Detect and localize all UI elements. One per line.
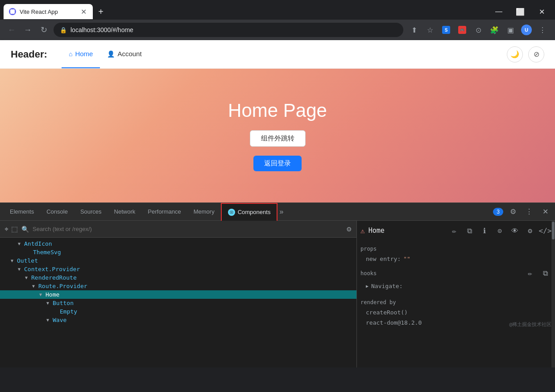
settings-icon[interactable]: ⚙: [507, 206, 519, 218]
home-icon: ⌂: [69, 50, 72, 58]
nav-home[interactable]: ⌂ Home: [62, 40, 100, 68]
disable-button[interactable]: ⊘: [528, 46, 544, 62]
refresh-button[interactable]: ↻: [37, 24, 50, 36]
share-icon[interactable]: ⬆: [407, 23, 421, 37]
bookmark-icon[interactable]: ☆: [423, 23, 437, 37]
home-page-title: Home Page: [228, 100, 327, 121]
minimize-button[interactable]: —: [489, 4, 509, 19]
devtools-tabs: Elements Console Sources Network Perform…: [0, 203, 555, 221]
component-search-bar: ⌖ ⬚ 🔍 ⚙: [0, 221, 356, 238]
tree-item-home[interactable]: ▼ Home: [0, 290, 356, 299]
window-controls: — ⬜ ✕: [489, 4, 551, 19]
devtools-body: ⌖ ⬚ 🔍 ⚙ ▼ AntdIcon ThemeSvg ▼: [0, 221, 555, 367]
active-tab[interactable]: Vite React App ✕: [4, 4, 93, 19]
create-root-item: createRoot(): [360, 308, 551, 317]
new-entry-prop: new entry: "": [360, 255, 551, 263]
selected-component-name: Home: [369, 227, 385, 235]
app-logo: Header:: [11, 49, 47, 60]
profile-avatar: U: [521, 25, 532, 35]
right-panel-icons: ✏ ⧉ ℹ ⊙ 👁 ⚙ </>: [448, 224, 551, 237]
component-search-input[interactable]: [33, 226, 343, 232]
network-tab[interactable]: Network: [108, 203, 142, 221]
tab-title: Vite React App: [20, 8, 76, 15]
extension-puzzle-icon[interactable]: 🎮: [455, 23, 469, 37]
close-window-button[interactable]: ✕: [532, 4, 551, 19]
props-panel: ⚠ Home ✏ ⧉ ℹ ⊙ 👁 ⚙ </> props new entr: [357, 221, 555, 367]
toolbar-icons: ⬆ ☆ S 🎮 ⊙ 🧩 ▣ U ⋮: [407, 23, 550, 37]
browser-chrome: Vite React App ✕ + — ⬜ ✕ ← → ↻ 🔒 localho…: [0, 0, 555, 40]
gear-icon[interactable]: ⚙: [524, 224, 536, 237]
tree-item-button[interactable]: ▼ Button: [0, 299, 356, 307]
component-tree-panel: ⌖ ⬚ 🔍 ⚙ ▼ AntdIcon ThemeSvg ▼: [0, 221, 357, 367]
tree-item-outlet[interactable]: ▼ Outlet: [0, 256, 356, 265]
sidebar-icon[interactable]: ▣: [503, 23, 518, 37]
info-icon[interactable]: ℹ: [478, 224, 491, 237]
back-login-button[interactable]: 返回登录: [253, 156, 302, 171]
new-tab-button[interactable]: +: [95, 5, 107, 18]
console-tab[interactable]: Console: [40, 203, 74, 221]
props-section-title: props: [360, 246, 551, 252]
hooks-section: hooks ✏ ⧉ ▶ Navigate:: [360, 267, 551, 290]
inspect-source-icon[interactable]: ✏: [448, 224, 460, 237]
devtools-panel: Elements Console Sources Network Perform…: [0, 202, 555, 367]
filter-gear-icon[interactable]: ⚙: [346, 226, 352, 233]
tree-item-context-provider[interactable]: ▼ Context.Provider: [0, 265, 356, 273]
tab-close-button[interactable]: ✕: [79, 8, 87, 16]
inspect-icon[interactable]: ⬚: [11, 225, 18, 233]
search-icon: 🔍: [21, 226, 29, 233]
tree-item-route-provider[interactable]: ▼ Route.Provider: [0, 282, 356, 290]
profile-icon[interactable]: U: [519, 23, 534, 37]
tab-bar: Vite React App ✕ + — ⬜ ✕: [0, 0, 555, 20]
extension-s-icon[interactable]: S: [439, 23, 453, 37]
suspend-icon[interactable]: ⊙: [493, 224, 506, 237]
sources-tab[interactable]: Sources: [74, 203, 108, 221]
memory-tab[interactable]: Memory: [187, 203, 221, 221]
more-tabs-button[interactable]: »: [279, 208, 283, 216]
theme-toggle-button[interactable]: 🌙: [507, 46, 523, 62]
svg-text:🎮: 🎮: [460, 28, 464, 32]
issues-badge[interactable]: 3: [493, 208, 503, 216]
tree-item-themesvg[interactable]: ThemeSvg: [0, 248, 356, 256]
tab-favicon: [9, 8, 16, 15]
right-panel-header: ⚠ Home ✏ ⧉ ℹ ⊙ 👁 ⚙ </>: [360, 224, 551, 237]
react-dom-item: react-dom@18.2.0 @稀土掘金技术社区: [360, 317, 551, 329]
scroll-track: [551, 221, 555, 367]
hooks-section-title: hooks: [360, 270, 377, 276]
address-bar-row: ← → ↻ 🔒 localhost:3000/#/home ⬆ ☆ S 🎮 ⊙ …: [0, 20, 555, 40]
code-icon[interactable]: </>: [539, 224, 551, 237]
navigate-hook-item: ▶ Navigate:: [360, 282, 551, 290]
hooks-header: hooks ✏ ⧉: [360, 267, 551, 279]
copy-icon[interactable]: ⧉: [463, 224, 476, 237]
tree-item-rendered-route[interactable]: ▼ RenderedRoute: [0, 273, 356, 282]
app-header: Header: ⌂ Home 👤 Account 🌙 ⊘: [0, 40, 555, 69]
copy-hooks-icon[interactable]: ⧉: [539, 267, 551, 279]
account-icon: 👤: [107, 50, 115, 58]
elements-tab[interactable]: Elements: [4, 203, 40, 221]
components-tab[interactable]: Components: [221, 203, 278, 221]
cursor-icon[interactable]: ⌖: [4, 225, 8, 233]
react-components-icon: [228, 209, 235, 216]
back-button[interactable]: ←: [5, 24, 18, 36]
forward-button[interactable]: →: [21, 24, 34, 36]
camera-icon[interactable]: ⊙: [471, 23, 485, 37]
devtools-more-icon[interactable]: ⋮: [523, 206, 535, 218]
tree-item-antdicon[interactable]: ▼ AntdIcon: [0, 239, 356, 248]
tree-item-wave[interactable]: ▼ Wave: [0, 316, 356, 324]
svg-point-6: [231, 212, 232, 213]
maximize-button[interactable]: ⬜: [510, 4, 530, 19]
watermark: @稀土掘金技术社区: [509, 321, 551, 328]
performance-tab[interactable]: Performance: [141, 203, 187, 221]
more-icon[interactable]: ⋮: [535, 23, 550, 37]
eye-icon[interactable]: 👁: [509, 224, 521, 237]
edit-hooks-icon[interactable]: ✏: [524, 267, 536, 279]
scroll-thumb[interactable]: [552, 222, 555, 239]
tree-item-empty[interactable]: Empty: [0, 307, 356, 316]
rendered-by-title: rendered by: [360, 299, 551, 305]
lock-icon: 🔒: [60, 27, 67, 33]
puzzle-icon[interactable]: 🧩: [487, 23, 501, 37]
nav-account[interactable]: 👤 Account: [100, 40, 149, 68]
navigate-button[interactable]: 组件外跳转: [250, 130, 306, 147]
devtools-close-icon[interactable]: ✕: [539, 206, 551, 218]
address-box[interactable]: 🔒 localhost:3000/#/home: [54, 23, 403, 37]
warning-icon: ⚠: [360, 227, 365, 235]
